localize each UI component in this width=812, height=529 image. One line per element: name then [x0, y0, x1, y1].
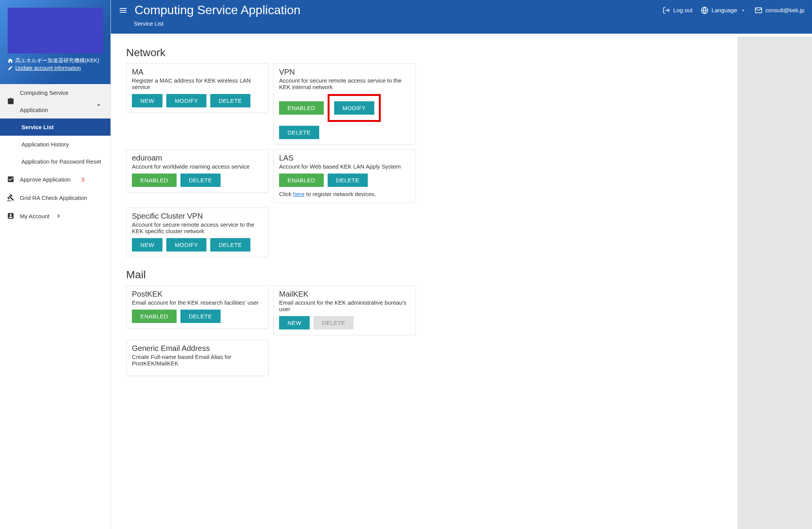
dropdown-icon [740, 7, 746, 13]
ma-new-button[interactable]: NEW [132, 94, 162, 107]
las-footer-prefix: Click [279, 191, 293, 197]
account-icon [7, 212, 15, 220]
sidebar: 高エネルギー加速器研究機構(KEK) Update account inform… [0, 0, 111, 529]
card-generic-email: Generic Email Address Create Full-name b… [126, 340, 269, 376]
nav-application-history-label: Application History [21, 141, 69, 148]
gavel-icon [7, 194, 15, 201]
las-footer-suffix: to register network devices. [305, 191, 376, 197]
page-subtitle: Service List [111, 17, 812, 34]
specific-vpn-delete-button[interactable]: DELETE [210, 238, 250, 252]
nav-service-list-label: Service List [21, 124, 54, 130]
update-account-row[interactable]: Update account information [8, 65, 103, 71]
nav-computing-service[interactable]: Computing Service Application [0, 84, 110, 118]
vpn-modify-highlight: MODIFY [328, 94, 381, 122]
nav-computing-service-label: Computing Service [20, 89, 68, 96]
card-postkek-desc: Email account for the KEK research facil… [132, 299, 263, 306]
card-mailkek-desc: Email account for the KEK administrative… [279, 299, 410, 312]
nav-approve-application-label: Approve Application [20, 176, 71, 183]
nav-grid-ra-label: Grid RA Check Application [20, 195, 87, 201]
section-mail: Mail [126, 269, 722, 281]
language-label: Language [711, 7, 737, 13]
ma-delete-button[interactable]: DELETE [210, 94, 250, 107]
card-generic-email-desc: Create Full-name based Email Alias for P… [132, 354, 263, 367]
clipboard-icon [7, 97, 15, 105]
card-vpn: VPN Account for secure remote access ser… [273, 63, 416, 145]
mailkek-delete-button: DELETE [313, 316, 354, 329]
eduroam-delete-button[interactable]: DELETE [180, 174, 221, 187]
mailkek-new-button[interactable]: NEW [279, 316, 310, 329]
card-ma-desc: Register a MAC address for KEK wireless … [132, 77, 263, 90]
nav-grid-ra[interactable]: Grid RA Check Application [0, 188, 110, 207]
contact-email[interactable]: consult@kek.jp [755, 6, 804, 14]
nav-my-account[interactable]: My Account [0, 207, 110, 225]
card-ma: MA Register a MAC address for KEK wirele… [126, 63, 269, 113]
las-delete-button[interactable]: DELETE [328, 174, 368, 187]
eduroam-enabled-button[interactable]: ENABLED [132, 174, 177, 187]
nav-password-reset[interactable]: Application for Password Reset [0, 153, 110, 170]
topbar: Computing Service Application Log out La… [111, 0, 812, 34]
card-generic-email-title: Generic Email Address [132, 344, 263, 353]
postkek-delete-button[interactable]: DELETE [180, 310, 221, 323]
vpn-delete-button[interactable]: DELETE [279, 126, 319, 139]
las-footer-link[interactable]: here [293, 191, 305, 197]
nav-service-list[interactable]: Service List [0, 118, 110, 136]
nav: Computing Service Application Service Li… [0, 84, 110, 225]
content: Network MA Register a MAC address for KE… [111, 34, 737, 529]
vpn-modify-button[interactable]: MODIFY [334, 101, 374, 115]
card-eduroam-desc: Account for worldwide roaming access ser… [132, 163, 263, 170]
card-las-title: LAS [279, 154, 410, 162]
app-title: Computing Service Application [135, 3, 300, 17]
las-footer: Click here to register network devices. [279, 191, 410, 197]
main: Computing Service Application Log out La… [111, 0, 812, 529]
building-icon [8, 58, 13, 63]
mail-icon [755, 6, 762, 14]
topbar-actions: Log out Language consult@kek.jp [663, 6, 804, 14]
ma-modify-button[interactable]: MODIFY [166, 94, 206, 107]
card-specific-vpn-desc: Account for secure remote access service… [132, 221, 263, 234]
specific-vpn-new-button[interactable]: NEW [132, 238, 162, 252]
nav-password-reset-label: Application for Password Reset [21, 158, 101, 165]
chevron-down-icon [95, 102, 102, 109]
las-enabled-button[interactable]: ENABLED [279, 174, 324, 187]
language-button[interactable]: Language [701, 6, 746, 14]
org-row: 高エネルギー加速器研究機構(KEK) [8, 57, 103, 64]
approve-badge: 3 [81, 176, 84, 183]
logo-placeholder [8, 8, 103, 54]
logout-button[interactable]: Log out [663, 6, 692, 14]
contact-email-label: consult@kek.jp [765, 7, 804, 13]
card-mailkek-title: MailKEK [279, 290, 410, 299]
update-account-link[interactable]: Update account information [15, 65, 81, 71]
pencil-icon [8, 65, 13, 71]
menu-icon[interactable] [119, 6, 128, 15]
checkbox-icon [7, 175, 15, 183]
card-mailkek: MailKEK Email account for the KEK admini… [273, 286, 416, 335]
specific-vpn-modify-button[interactable]: MODIFY [166, 238, 206, 252]
sidebar-header: 高エネルギー加速器研究機構(KEK) Update account inform… [0, 0, 110, 84]
vpn-enabled-button[interactable]: ENABLED [279, 101, 324, 115]
nav-application-label: Application [20, 107, 68, 113]
card-vpn-title: VPN [279, 68, 410, 76]
topbar-row: Computing Service Application Log out La… [111, 0, 812, 17]
card-eduroam-title: eduroam [132, 154, 263, 162]
card-postkek: PostKEK Email account for the KEK resear… [126, 286, 269, 329]
nav-approve-application[interactable]: Approve Application 3 [0, 170, 110, 188]
nav-my-account-label: My Account [20, 213, 50, 219]
logout-icon [663, 6, 670, 14]
card-las-desc: Account for Web based KEK LAN Apply Syst… [279, 163, 410, 170]
card-vpn-desc: Account for secure remote access service… [279, 77, 410, 90]
card-postkek-title: PostKEK [132, 290, 263, 299]
postkek-enabled-button[interactable]: ENABLED [132, 310, 177, 323]
card-specific-vpn: Specific Cluster VPN Account for secure … [126, 208, 269, 257]
card-ma-title: MA [132, 68, 263, 76]
card-las: LAS Account for Web based KEK LAN Apply … [273, 149, 416, 203]
card-specific-vpn-title: Specific Cluster VPN [132, 212, 263, 221]
globe-icon [701, 6, 708, 14]
nav-application-history[interactable]: Application History [0, 136, 110, 153]
chevron-right-icon [55, 213, 62, 219]
logout-label: Log out [673, 7, 692, 13]
org-name: 高エネルギー加速器研究機構(KEK) [15, 57, 99, 64]
card-eduroam: eduroam Account for worldwide roaming ac… [126, 149, 269, 193]
right-gutter [737, 37, 812, 529]
section-network: Network [126, 47, 722, 59]
